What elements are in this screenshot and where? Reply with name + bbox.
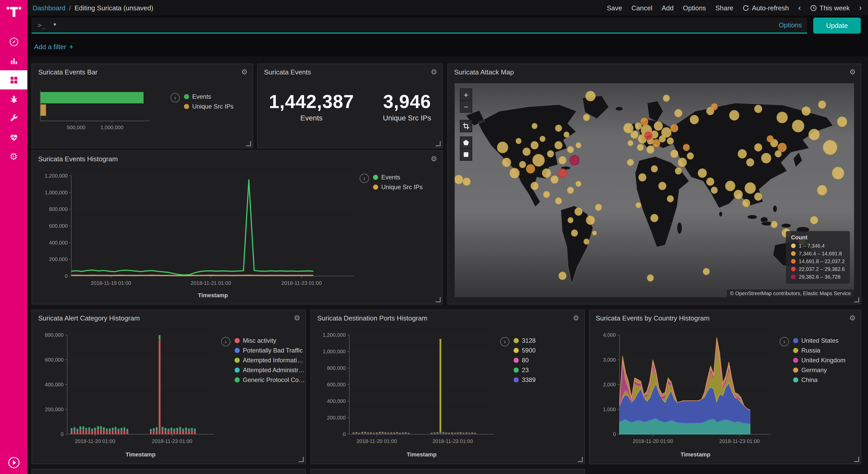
gear-icon[interactable]: ⚙ — [241, 68, 247, 76]
legend-item[interactable]: 5900 — [514, 347, 535, 354]
cancel-button[interactable]: Cancel — [631, 4, 652, 11]
map-controls: + − — [460, 88, 472, 161]
share-button[interactable]: Share — [715, 4, 733, 11]
legend-item[interactable]: Generic Protocol Co… — [235, 376, 305, 384]
map-legend-dot — [791, 267, 796, 271]
sidebar-item-discover[interactable] — [0, 32, 27, 51]
events-by-country-chart[interactable]: 4,0003,0002,0001,00002018-11-20 01:00201… — [594, 329, 776, 459]
resize-handle[interactable] — [854, 297, 859, 302]
legend-toggle-icon[interactable]: › — [170, 93, 180, 102]
gear-icon[interactable]: ⚙ — [431, 68, 437, 76]
attack-dot — [667, 138, 674, 145]
resize-handle[interactable] — [436, 297, 441, 302]
sidebar-item-monitoring[interactable] — [0, 128, 27, 147]
legend-item[interactable]: United States — [793, 337, 845, 344]
chart-svg: 800,000600,000400,000200,00002018-11-20 … — [36, 329, 217, 459]
panel-suricata-attack-map: Suricata Attack Map ⚙ + − — [447, 64, 861, 304]
time-picker[interactable]: This week — [810, 4, 850, 11]
update-button[interactable]: Update — [813, 18, 861, 34]
resize-handle[interactable] — [578, 457, 583, 462]
legend-item[interactable]: China — [793, 376, 845, 384]
events-bar-chart[interactable]: 500,0001,000,000 — [37, 87, 172, 139]
t-mobile-logo-icon[interactable] — [6, 4, 22, 20]
gear-icon[interactable]: ⚙ — [849, 314, 856, 322]
query-input[interactable]: >_ * Options — [32, 18, 807, 34]
attack-dot — [575, 208, 582, 215]
attack-dot — [570, 155, 580, 166]
metric-unique-src-ips: 3,946 Unique Src IPs — [383, 91, 431, 122]
options-button[interactable]: Options — [683, 4, 706, 11]
legend-item[interactable]: Misc activity — [235, 337, 305, 344]
map-zoom-in-button[interactable]: + — [460, 88, 472, 101]
attack-dot — [628, 140, 633, 146]
svg-text:2018-11-23 01:00: 2018-11-23 01:00 — [152, 438, 192, 444]
legend-toggle-icon[interactable]: › — [500, 337, 509, 346]
query-prompt-icon: >_ — [38, 22, 46, 29]
svg-text:400,000: 400,000 — [49, 240, 68, 245]
legend-item[interactable]: Events — [184, 93, 234, 100]
gear-icon[interactable]: ⚙ — [849, 68, 856, 76]
gear-icon[interactable]: ⚙ — [573, 314, 579, 322]
legend-item[interactable]: Unique Src IPs — [184, 103, 234, 110]
sidebar-expand-button[interactable] — [0, 456, 27, 469]
kibana-dashboard-app: ⚙ Dashboard / Editing Suricata (unsaved)… — [0, 0, 868, 474]
svg-text:1,000: 1,000 — [603, 407, 616, 412]
add-filter-plus-icon[interactable]: + — [69, 42, 73, 50]
attack-dot — [647, 275, 654, 282]
time-forward-icon[interactable]: › — [859, 4, 862, 12]
map-legend-dot — [791, 274, 796, 279]
attack-dot — [502, 158, 511, 167]
svg-text:1,000,000: 1,000,000 — [100, 125, 123, 130]
sidebar-item-dev-tools[interactable] — [0, 109, 27, 128]
svg-text:500,000: 500,000 — [67, 125, 85, 130]
sidebar-item-dashboard[interactable] — [0, 70, 27, 89]
legend-toggle-icon[interactable]: › — [360, 174, 369, 183]
legend-item[interactable]: 3389 — [514, 376, 535, 384]
legend-item[interactable]: 80 — [514, 357, 535, 364]
legend-item[interactable]: Germany — [793, 366, 845, 374]
add-button[interactable]: Add — [661, 4, 674, 11]
legend-item[interactable]: Russia — [793, 347, 845, 354]
destination-ports-chart[interactable]: 1,200,0001,000,000800,000600,000400,0002… — [315, 329, 496, 459]
legend-item[interactable]: Unique Src IPs — [373, 183, 423, 191]
query-options-link[interactable]: Options — [779, 18, 802, 33]
attack-dot — [564, 132, 569, 137]
sidebar-item-management[interactable]: ⚙ — [0, 147, 27, 166]
legend-item[interactable]: Events — [373, 174, 423, 181]
add-filter-link[interactable]: Add a filter — [34, 42, 66, 50]
sidebar-item-visualize[interactable] — [0, 51, 27, 70]
gear-icon[interactable]: ⚙ — [431, 155, 437, 162]
map-draw-polygon-button[interactable] — [460, 137, 472, 149]
events-histogram-chart[interactable]: 1,200,0001,000,000800,000600,000400,0002… — [37, 170, 358, 300]
map-draw-rectangle-button[interactable] — [460, 148, 472, 161]
save-button[interactable]: Save — [607, 4, 622, 11]
svg-text:0: 0 — [61, 432, 64, 437]
legend-item[interactable]: 3128 — [514, 337, 535, 344]
legend-item[interactable]: United Kingdom — [793, 357, 845, 364]
legend-label: Events — [192, 93, 211, 100]
legend-item[interactable]: 23 — [514, 366, 535, 374]
auto-refresh-button[interactable]: Auto-refresh — [743, 4, 789, 11]
legend-item[interactable]: Attempted Administr… — [235, 366, 305, 374]
alert-category-chart[interactable]: 800,000600,000400,000200,00002018-11-20 … — [36, 329, 217, 459]
panel-title: Suricata Events by Country Histogram — [596, 314, 710, 322]
attack-dot — [637, 144, 644, 151]
legend-dot — [184, 94, 189, 99]
resize-handle[interactable] — [854, 457, 859, 462]
legend-toggle-icon[interactable]: › — [780, 337, 789, 346]
resize-handle[interactable] — [246, 141, 251, 146]
gear-icon[interactable]: ⚙ — [294, 314, 300, 322]
attack-map[interactable]: + − — [455, 83, 854, 297]
panel-alert-category-histogram: Suricata Alert Category Histogram ⚙ 800,… — [32, 309, 306, 464]
sidebar-item-security[interactable] — [0, 89, 27, 109]
map-fit-bounds-button[interactable] — [460, 120, 472, 132]
time-back-icon[interactable]: ‹ — [798, 4, 801, 12]
legend-item[interactable]: Potentially Bad Traffic — [235, 347, 305, 354]
resize-handle[interactable] — [436, 141, 441, 146]
map-zoom-out-button[interactable]: − — [460, 100, 472, 113]
legend-toggle-icon[interactable]: › — [221, 337, 230, 346]
breadcrumb-dashboard-link[interactable]: Dashboard — [33, 4, 65, 11]
resize-handle[interactable] — [299, 457, 304, 462]
legend-item[interactable]: Attempted Informati… — [235, 357, 305, 364]
legend-label: Potentially Bad Traffic — [243, 347, 303, 354]
